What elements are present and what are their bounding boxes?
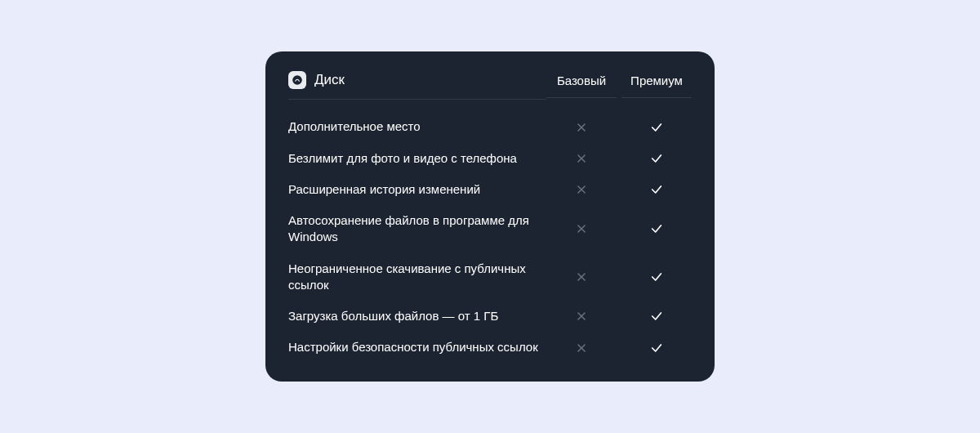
disk-app-icon (288, 71, 306, 89)
feature-row: Неограниченное скачивание с публичных сс… (288, 253, 692, 301)
feature-row: Дополнительное место (288, 111, 692, 142)
cross-icon (546, 310, 617, 322)
cross-icon (546, 342, 617, 354)
feature-row: Безлимит для фото и видео с телефона (288, 143, 692, 174)
cross-icon (546, 223, 617, 234)
check-icon (621, 121, 692, 134)
plan-header-basic: Базовый (546, 74, 617, 98)
table-header: Диск Базовый Премиум (288, 71, 692, 100)
feature-label: Загрузка больших файлов — от 1 ГБ (288, 308, 546, 324)
feature-label: Расширенная история изменений (288, 181, 546, 198)
check-icon (621, 183, 692, 196)
feature-row: Загрузка больших файлов — от 1 ГБ (288, 301, 692, 332)
cross-icon (546, 184, 617, 195)
title-column: Диск (288, 71, 546, 100)
check-icon (621, 341, 692, 355)
feature-label: Настройки безопасности публичных ссылок (288, 339, 546, 355)
feature-row: Настройки безопасности публичных ссылок (288, 332, 692, 363)
comparison-card: Диск Базовый Премиум Дополнительное мест… (265, 51, 715, 381)
check-icon (621, 310, 692, 323)
feature-row: Автосохранение файлов в программе для Wi… (288, 205, 692, 253)
check-icon (621, 222, 692, 235)
feature-row: Расширенная история изменений (288, 174, 692, 205)
plan-header-premium: Премиум (621, 74, 692, 98)
cross-icon (546, 271, 617, 283)
cross-icon (546, 122, 617, 133)
feature-rows: Дополнительное местоБезлимит для фото и … (288, 111, 692, 363)
feature-label: Дополнительное место (288, 118, 546, 135)
card-title: Диск (314, 72, 345, 88)
feature-label: Безлимит для фото и видео с телефона (288, 150, 546, 167)
check-icon (621, 270, 692, 283)
cross-icon (546, 153, 617, 164)
feature-label: Автосохранение файлов в программе для Wi… (288, 212, 546, 246)
feature-label: Неограниченное скачивание с публичных сс… (288, 261, 546, 294)
check-icon (621, 152, 692, 165)
